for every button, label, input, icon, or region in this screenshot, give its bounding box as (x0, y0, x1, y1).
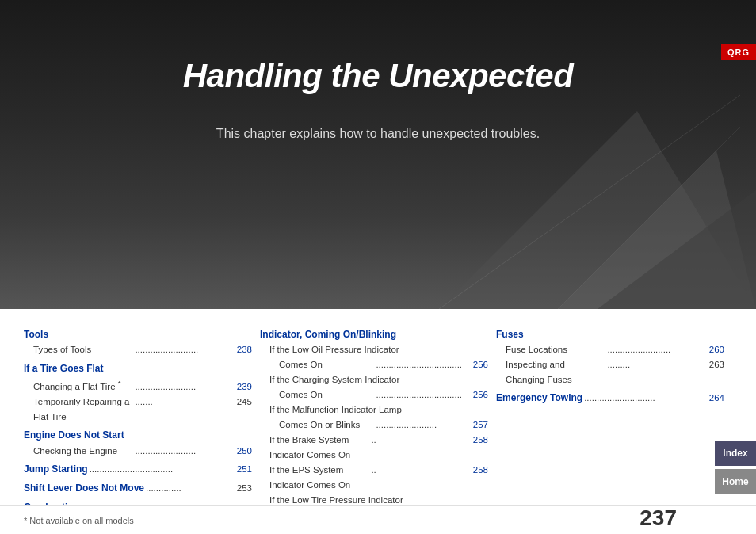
page-title: Handling the Unexpected (0, 57, 756, 95)
list-item[interactable]: If the EPS System Indicator Comes On .. … (260, 463, 488, 493)
section-title-emergency-towing[interactable]: Emergency Towing .......................… (496, 391, 724, 406)
list-item[interactable]: If the Malfunction Indicator Lamp (260, 402, 488, 418)
footnote: * Not available on all models (24, 516, 134, 525)
list-item[interactable]: Temporarily Repairing a Flat Tire ......… (24, 395, 252, 425)
column-2: Indicator, Coming On/Blinking If the Low… (260, 326, 496, 526)
section-title-engine[interactable]: Engine Does Not Start (24, 427, 252, 443)
list-item[interactable]: Checking the Engine ....................… (24, 444, 252, 459)
hero-section: QRG Handling the Unexpected This chapter… (0, 0, 756, 309)
column-1: Tools Types of Tools ...................… (24, 326, 260, 526)
page-number: 237 (640, 505, 677, 531)
footer: * Not available on all models 237 (0, 505, 756, 534)
list-item[interactable]: If the Low Oil Pressure Indicator (260, 342, 488, 357)
index-button[interactable]: Index (715, 441, 756, 466)
list-item[interactable]: Types of Tools .........................… (24, 342, 252, 357)
list-item[interactable]: If the Brake System Indicator Comes On .… (260, 433, 488, 463)
home-button[interactable]: Home (715, 469, 756, 494)
section-title-indicator[interactable]: Indicator, Coming On/Blinking (260, 326, 488, 342)
list-item[interactable]: If the Charging System Indicator (260, 372, 488, 387)
section-title-shift-lever[interactable]: Shift Lever Does Not Move ..............… (24, 481, 252, 497)
list-item[interactable]: Fuse Locations .........................… (496, 342, 724, 357)
section-title-tire-flat[interactable]: If a Tire Goes Flat (24, 360, 252, 376)
list-item[interactable]: Comes On or Blinks .....................… (260, 418, 488, 433)
list-item[interactable]: Comes On ...............................… (260, 357, 488, 372)
column-3: Fuses Fuse Locations ...................… (496, 326, 732, 526)
list-item[interactable]: Comes On ...............................… (260, 387, 488, 402)
section-title-tools: Tools (24, 326, 252, 342)
section-title-jump-starting[interactable]: Jump Starting ..........................… (24, 462, 252, 478)
list-item[interactable]: Inspecting and Changing Fuses ......... … (496, 357, 724, 387)
content-area: Tools Types of Tools ...................… (0, 309, 756, 534)
section-title-fuses: Fuses (496, 326, 724, 342)
list-item[interactable]: Changing a Flat Tire * .................… (24, 377, 252, 395)
page-subtitle: This chapter explains how to handle unex… (0, 127, 756, 141)
side-navigation: Index Home (715, 441, 756, 494)
